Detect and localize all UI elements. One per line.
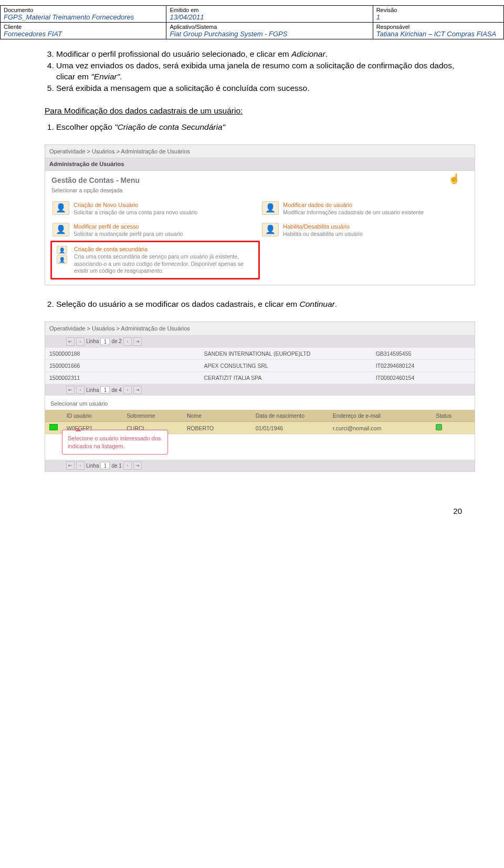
menu-enable-disable[interactable]: 👤 Habilita/Desabilita usuário Habilita o… bbox=[260, 220, 469, 241]
cursor-icon: ☝ bbox=[448, 172, 460, 185]
pager-next-icon[interactable]: › bbox=[123, 337, 132, 346]
pager-next-icon[interactable]: › bbox=[123, 461, 132, 470]
step-2: Seleção do usuário a se modificar os dad… bbox=[56, 299, 475, 310]
th-id: ID usuário bbox=[62, 410, 123, 422]
breadcrumb: Operatividade > Usuários > Administração… bbox=[45, 145, 475, 159]
hdr-app-label: Aplicativo/Sistema bbox=[170, 24, 369, 30]
menu-create-user[interactable]: 👤 Criação de Novo Usuário Solicitar a cr… bbox=[50, 198, 260, 219]
pager-prev-icon[interactable]: ‹ bbox=[76, 386, 85, 394]
menu-create-secondary[interactable]: 👤👤 Criação de conta secundária Cria uma … bbox=[50, 241, 260, 280]
callout-select-user: Selecione o usuário interessado dos indi… bbox=[62, 430, 168, 455]
pager-prev-icon[interactable]: ‹ bbox=[76, 461, 85, 470]
panel-title: Gestão de Contas - Menu bbox=[45, 171, 475, 187]
user-add-icon: 👤 bbox=[52, 201, 69, 215]
th-dob: Data de nascimento bbox=[251, 410, 329, 422]
pager-input[interactable]: 1 bbox=[100, 386, 110, 394]
secondary-account-icon: 👤👤 bbox=[54, 245, 70, 264]
pager-2: ⇤ ‹ Linha 1 de 4 › ⇥ bbox=[45, 384, 475, 396]
pager-1: ⇤ ‹ Linha 1 de 2 › ⇥ bbox=[45, 336, 475, 347]
toggle-user-icon: 👤 bbox=[262, 223, 279, 236]
th-status: Status bbox=[432, 410, 475, 422]
instruction-3: Modificar o perfil profissional do usuár… bbox=[56, 49, 475, 60]
doc-header-table: Documento FGPS_Material Treinamento Forn… bbox=[0, 5, 504, 39]
pager-input[interactable]: 1 bbox=[100, 338, 110, 345]
table-row[interactable]: 1500002311 CERATIZIT ITALIA SPA IT008024… bbox=[45, 372, 475, 384]
pager-last-icon[interactable]: ⇥ bbox=[133, 461, 142, 470]
hdr-date-value: 13/04/2011 bbox=[170, 13, 369, 21]
pager-last-icon[interactable]: ⇥ bbox=[133, 337, 142, 346]
pager-next-icon[interactable]: › bbox=[123, 386, 132, 394]
status-active-icon bbox=[436, 424, 442, 430]
th-email: Endereço de e-mail bbox=[329, 410, 432, 422]
th-surname: Sobrenome bbox=[122, 410, 183, 422]
pager-first-icon[interactable]: ⇤ bbox=[66, 337, 75, 346]
select-user-label: Selecionar um usuário bbox=[45, 396, 475, 410]
menu-modify-profile[interactable]: 👤 Modificar perfil de acesso Solicitar a… bbox=[50, 220, 260, 241]
instruction-list-1: Escolher opção "Criação de conta Secundá… bbox=[45, 122, 475, 133]
hdr-resp-value: Tatiana Kirichian – ICT Compras FIASA bbox=[376, 30, 500, 38]
row-selector[interactable] bbox=[49, 424, 58, 430]
tab-admin-usuarios[interactable]: Administração de Usuários bbox=[45, 158, 475, 171]
menu-grid: 👤 Criação de Novo Usuário Solicitar a cr… bbox=[45, 198, 475, 285]
pager-input[interactable]: 1 bbox=[100, 462, 110, 469]
menu-modify-data[interactable]: 👤 Modificar dados do usuário Modificar i… bbox=[260, 198, 469, 219]
section-title-modify-user: Para Modificação dos dados cadastrais de… bbox=[45, 106, 475, 117]
instruction-5: Será exibida a mensagem que a solicitaçã… bbox=[56, 83, 475, 94]
th-name: Nome bbox=[183, 410, 251, 422]
hdr-rev-label: Revisão bbox=[376, 7, 500, 13]
breadcrumb-2: Operatividade > Usuários > Administração… bbox=[45, 322, 475, 336]
instruction-list-345: Modificar o perfil profissional do usuár… bbox=[45, 49, 475, 94]
document-body: Modificar o perfil profissional do usuár… bbox=[0, 39, 504, 472]
screenshot-user-selection: Operatividade > Usuários > Administração… bbox=[45, 322, 475, 472]
supplier-table: 1500000188 SANDEN INTERNATIONAL (EUROPE)… bbox=[45, 347, 475, 385]
hdr-client-label: Cliente bbox=[4, 24, 163, 30]
screenshot-gestao-contas: ☝ Operatividade > Usuários > Administraç… bbox=[45, 144, 475, 285]
hdr-client-value: Fornecedores FIAT bbox=[4, 30, 163, 38]
page-number: 20 bbox=[0, 485, 504, 526]
panel-subtitle: Selecionar a opção desejada bbox=[45, 187, 475, 198]
step-1: Escolher opção "Criação de conta Secundá… bbox=[56, 122, 475, 133]
hdr-doc-label: Documento bbox=[4, 7, 163, 13]
hdr-date-label: Emitido em bbox=[170, 7, 369, 13]
hdr-rev-value: 1 bbox=[376, 13, 500, 21]
pager-prev-icon[interactable]: ‹ bbox=[76, 337, 85, 346]
hdr-doc-value: FGPS_Material Treinamento Fornecedores bbox=[4, 13, 163, 21]
hdr-app-value: Fiat Group Purchasing System - FGPS bbox=[170, 30, 369, 38]
table-row[interactable]: 1500000188 SANDEN INTERNATIONAL (EUROPE)… bbox=[45, 347, 475, 359]
user-edit-icon: 👤 bbox=[262, 201, 279, 215]
instruction-4: Uma vez enviados os dados, será exibida … bbox=[56, 60, 475, 82]
pager-3: ⇤ ‹ Linha 1 de 1 › ⇥ bbox=[45, 460, 475, 471]
pager-last-icon[interactable]: ⇥ bbox=[133, 386, 142, 394]
pager-first-icon[interactable]: ⇤ bbox=[66, 461, 75, 470]
profile-edit-icon: 👤 bbox=[52, 223, 69, 236]
table-row[interactable]: 1500001666 APEX CONSULTING SRL IT0239468… bbox=[45, 359, 475, 371]
pager-first-icon[interactable]: ⇤ bbox=[66, 386, 75, 394]
hdr-resp-label: Responsável bbox=[376, 24, 500, 30]
instruction-list-2: Seleção do usuário a se modificar os dad… bbox=[45, 299, 475, 310]
